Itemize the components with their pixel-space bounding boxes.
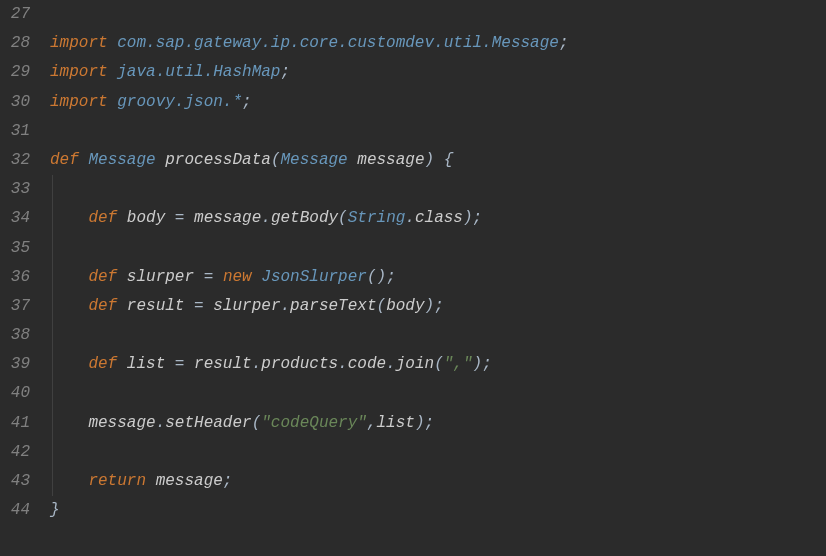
line-number: 36 bbox=[8, 263, 30, 292]
code-token: ( bbox=[338, 209, 348, 227]
code-token: Message bbox=[280, 151, 347, 169]
code-token: . bbox=[405, 209, 415, 227]
code-line[interactable]: def body = message.getBody(String.class)… bbox=[50, 204, 826, 233]
code-line[interactable]: } bbox=[50, 496, 826, 525]
code-token bbox=[108, 34, 118, 52]
code-token: ; bbox=[242, 93, 252, 111]
code-token: getBody bbox=[271, 209, 338, 227]
code-token: list bbox=[127, 355, 165, 373]
code-token: class bbox=[415, 209, 463, 227]
code-line[interactable] bbox=[50, 117, 826, 146]
code-token: return bbox=[88, 472, 146, 490]
indent-guide bbox=[52, 438, 53, 467]
code-token: import bbox=[50, 93, 108, 111]
code-token: new bbox=[223, 268, 252, 286]
code-token: . bbox=[386, 355, 396, 373]
code-line[interactable]: import java.util.HashMap; bbox=[50, 58, 826, 87]
indent-guide bbox=[52, 263, 53, 292]
code-token bbox=[434, 151, 444, 169]
code-token: message bbox=[156, 472, 223, 490]
code-token: = bbox=[204, 268, 214, 286]
code-token bbox=[165, 209, 175, 227]
code-token bbox=[252, 268, 262, 286]
code-token bbox=[108, 93, 118, 111]
code-token bbox=[184, 297, 194, 315]
code-token: ; bbox=[280, 63, 290, 81]
code-token bbox=[184, 209, 194, 227]
code-token bbox=[79, 151, 89, 169]
code-token: body bbox=[386, 297, 424, 315]
line-number: 30 bbox=[8, 88, 30, 117]
code-line[interactable]: def result = slurper.parseText(body); bbox=[50, 292, 826, 321]
code-token: = bbox=[175, 209, 185, 227]
code-token: body bbox=[127, 209, 165, 227]
code-token: processData bbox=[165, 151, 271, 169]
code-line[interactable] bbox=[50, 379, 826, 408]
code-token bbox=[50, 355, 88, 373]
line-number: 32 bbox=[8, 146, 30, 175]
code-token bbox=[108, 63, 118, 81]
code-line[interactable]: return message; bbox=[50, 467, 826, 496]
code-token bbox=[146, 472, 156, 490]
code-token bbox=[50, 414, 88, 432]
indent-guide bbox=[52, 350, 53, 379]
code-token: ; bbox=[223, 472, 233, 490]
indent-guide bbox=[52, 409, 53, 438]
code-token bbox=[50, 297, 88, 315]
line-number: 44 bbox=[8, 496, 30, 525]
code-token: result bbox=[194, 355, 252, 373]
code-line[interactable] bbox=[50, 234, 826, 263]
code-token bbox=[213, 268, 223, 286]
code-token: java.util.HashMap bbox=[117, 63, 280, 81]
code-token: groovy.json.* bbox=[117, 93, 242, 111]
code-token: . bbox=[261, 209, 271, 227]
code-line[interactable]: message.setHeader("codeQuery",list); bbox=[50, 409, 826, 438]
code-token: ) bbox=[473, 355, 483, 373]
code-token bbox=[184, 355, 194, 373]
code-line[interactable]: def slurper = new JsonSlurper(); bbox=[50, 263, 826, 292]
code-line[interactable] bbox=[50, 525, 826, 554]
code-token bbox=[348, 151, 358, 169]
code-line[interactable]: def Message processData(Message message)… bbox=[50, 146, 826, 175]
code-token: result bbox=[127, 297, 185, 315]
code-token: def bbox=[88, 268, 117, 286]
code-line[interactable]: import groovy.json.*; bbox=[50, 88, 826, 117]
code-line[interactable]: def list = result.products.code.join(","… bbox=[50, 350, 826, 379]
code-editor[interactable]: import com.sap.gateway.ip.core.customdev… bbox=[42, 0, 826, 556]
code-token: message bbox=[194, 209, 261, 227]
code-token: def bbox=[50, 151, 79, 169]
code-token: def bbox=[88, 297, 117, 315]
indent-guide bbox=[52, 321, 53, 350]
code-token bbox=[194, 268, 204, 286]
code-token: { bbox=[444, 151, 454, 169]
code-token: . bbox=[338, 355, 348, 373]
indent-guide bbox=[52, 467, 53, 496]
code-line[interactable]: import com.sap.gateway.ip.core.customdev… bbox=[50, 29, 826, 58]
code-token: com.sap.gateway.ip.core.customdev.util.M… bbox=[117, 34, 559, 52]
line-number: 42 bbox=[8, 438, 30, 467]
line-number: 39 bbox=[8, 350, 30, 379]
code-line[interactable] bbox=[50, 175, 826, 204]
code-token bbox=[50, 209, 88, 227]
code-token: String bbox=[348, 209, 406, 227]
code-token: ) bbox=[415, 414, 425, 432]
code-token: code bbox=[348, 355, 386, 373]
code-token bbox=[117, 209, 127, 227]
code-token: def bbox=[88, 209, 117, 227]
indent-guide bbox=[52, 175, 53, 204]
code-line[interactable] bbox=[50, 438, 826, 467]
indent-guide bbox=[52, 379, 53, 408]
code-token bbox=[117, 297, 127, 315]
code-token: ; bbox=[482, 355, 492, 373]
indent-guide bbox=[52, 204, 53, 233]
code-token bbox=[165, 355, 175, 373]
code-token: ) bbox=[425, 151, 435, 169]
code-token: import bbox=[50, 34, 108, 52]
code-token: "," bbox=[444, 355, 473, 373]
code-token: JsonSlurper bbox=[261, 268, 367, 286]
line-number: 28 bbox=[8, 29, 30, 58]
code-line[interactable] bbox=[50, 321, 826, 350]
indent-guide bbox=[52, 292, 53, 321]
code-token bbox=[204, 297, 214, 315]
code-token: import bbox=[50, 63, 108, 81]
